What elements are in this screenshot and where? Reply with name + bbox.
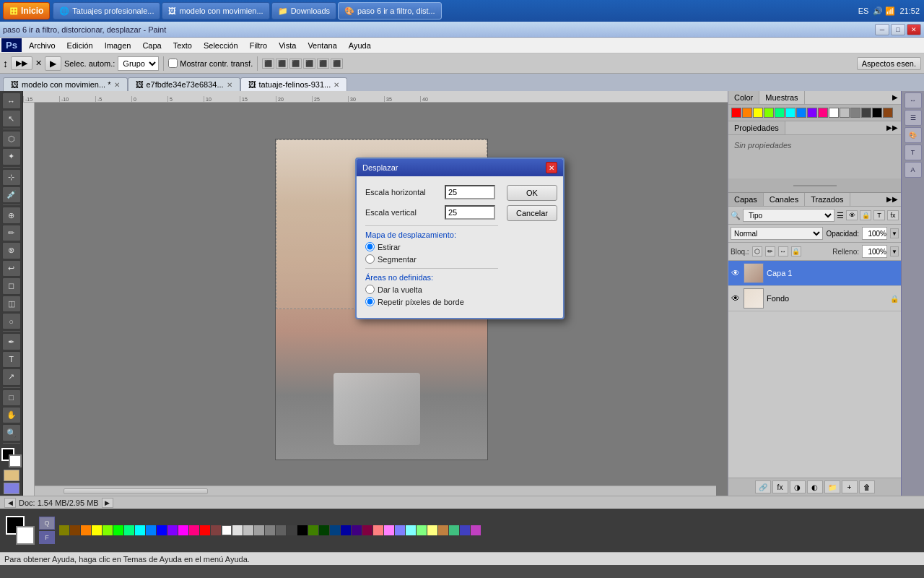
escala-h-label: Escala horizontal bbox=[365, 188, 445, 197]
estirar-label: Estirar bbox=[378, 243, 401, 251]
mapa-section: Mapa de desplazamiento: Estirar Segmenta… bbox=[365, 230, 498, 264]
segmentar-label: Segmentar bbox=[378, 255, 417, 264]
escala-v-label: Escala vertical bbox=[365, 208, 445, 217]
dar-vuelta-radio[interactable] bbox=[365, 285, 375, 294]
escala-h-row: Escala horizontal bbox=[365, 185, 498, 199]
desplazar-dialog: Desplazar ✕ OK Cancelar Escala horizonta… bbox=[355, 158, 565, 319]
dar-vuelta-row: Dar la vuelta bbox=[365, 285, 498, 294]
estirar-row: Estirar bbox=[365, 242, 498, 251]
areas-section: Áreas no definidas: Dar la vuelta Repeti… bbox=[365, 273, 498, 306]
cancel-button[interactable]: Cancelar bbox=[507, 205, 557, 221]
mapa-label: Mapa de desplazamiento: bbox=[365, 230, 498, 239]
estirar-radio[interactable] bbox=[365, 242, 375, 251]
escala-v-row: Escala vertical bbox=[365, 205, 498, 220]
dialog-close-btn[interactable]: ✕ bbox=[546, 162, 557, 173]
escala-v-input[interactable] bbox=[445, 205, 495, 220]
repetir-radio[interactable] bbox=[365, 297, 375, 306]
segmentar-radio[interactable] bbox=[365, 254, 375, 264]
segmentar-row: Segmentar bbox=[365, 254, 498, 264]
dialog-buttons: OK Cancelar bbox=[507, 185, 557, 221]
ok-button[interactable]: OK bbox=[507, 185, 557, 201]
dialog-body: OK Cancelar Escala horizontal Escala ver… bbox=[357, 176, 563, 318]
repetir-label: Repetir píxeles de borde bbox=[378, 298, 464, 306]
dialog-div2 bbox=[365, 268, 498, 269]
areas-label: Áreas no definidas: bbox=[365, 273, 498, 282]
dialog-title-text: Desplazar bbox=[362, 163, 398, 172]
dialog-titlebar: Desplazar ✕ bbox=[357, 159, 563, 176]
dialog-div1 bbox=[365, 225, 498, 226]
dialog-overlay: Desplazar ✕ OK Cancelar Escala horizonta… bbox=[0, 0, 924, 578]
repetir-row: Repetir píxeles de borde bbox=[365, 297, 498, 306]
dar-vuelta-label: Dar la vuelta bbox=[378, 285, 422, 294]
escala-h-input[interactable] bbox=[445, 185, 495, 199]
